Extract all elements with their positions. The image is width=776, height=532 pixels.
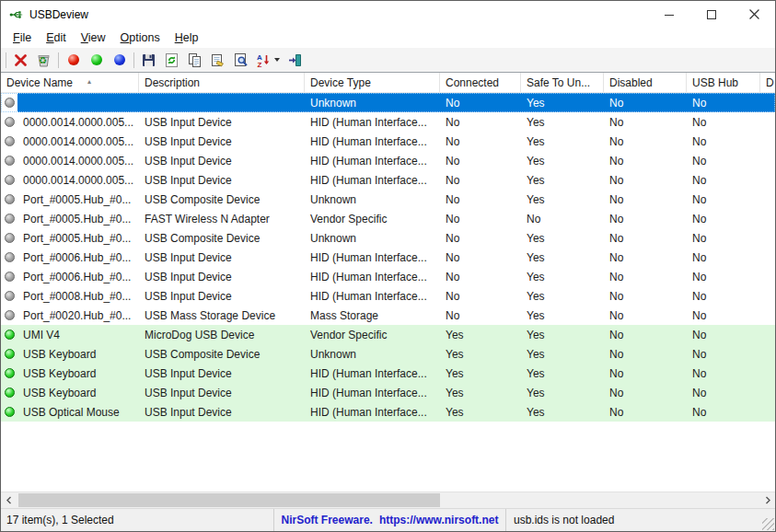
cell-type: HID (Human Interface... bbox=[305, 151, 440, 170]
scroll-left-arrow-icon[interactable] bbox=[1, 492, 17, 508]
sort-az-icon: AZ bbox=[256, 52, 272, 68]
table-row[interactable]: Port_#0008.Hub_#0...USB Input DeviceHID … bbox=[1, 286, 775, 306]
cell-safe: Yes bbox=[521, 228, 604, 248]
table-row[interactable]: Port_#0006.Hub_#0...USB Input DeviceHID … bbox=[1, 248, 775, 267]
cell-type: HID (Human Interface... bbox=[305, 364, 440, 383]
sort-dropdown-caret-icon[interactable] bbox=[274, 58, 280, 62]
column-header-type[interactable]: Device Type bbox=[305, 73, 440, 92]
table-row[interactable]: Port_#0005.Hub_#0...USB Composite Device… bbox=[1, 228, 775, 248]
cell-description: USB Input Device bbox=[139, 402, 305, 422]
cell-extra bbox=[760, 190, 775, 209]
cell-hub: No bbox=[687, 228, 760, 248]
cell-name: USB Keyboard bbox=[17, 383, 139, 402]
find-button[interactable] bbox=[229, 50, 252, 71]
column-label: USB Hub bbox=[692, 76, 738, 89]
cell-type: HID (Human Interface... bbox=[305, 248, 440, 267]
menu-item-edit[interactable]: Edit bbox=[39, 29, 74, 47]
cell-disabled: No bbox=[604, 93, 687, 112]
toolbar-grip bbox=[6, 52, 6, 68]
recycle-button[interactable]: ♻ bbox=[32, 50, 55, 71]
device-status-gray-ball-icon bbox=[1, 170, 17, 190]
cell-description: USB Mass Storage Device bbox=[139, 306, 305, 325]
green-ball-button[interactable] bbox=[85, 50, 108, 71]
table-row[interactable]: Port_#0005.Hub_#0...FAST Wireless N Adap… bbox=[1, 209, 775, 228]
cell-type: HID (Human Interface... bbox=[305, 383, 440, 402]
table-row[interactable]: 0000.0014.0000.005...USB Input DeviceHID… bbox=[1, 112, 775, 132]
cell-connected: No bbox=[440, 112, 521, 132]
sort-ascending-icon: ▴ bbox=[87, 76, 91, 87]
cell-extra bbox=[760, 306, 775, 325]
window-title: USBDeview bbox=[29, 8, 88, 21]
menu-item-view[interactable]: View bbox=[74, 29, 113, 47]
blue-ball-button[interactable] bbox=[108, 50, 131, 71]
table-row[interactable]: USB Optical MouseUSB Input DeviceHID (Hu… bbox=[1, 402, 775, 422]
usbdeview-window: USBDeview FileEditViewOptionsHelp ♻AZ De… bbox=[0, 0, 776, 532]
cell-disabled: No bbox=[604, 228, 687, 248]
properties-button[interactable] bbox=[206, 50, 229, 71]
cell-hub: No bbox=[687, 286, 760, 306]
cell-hub: No bbox=[687, 93, 760, 112]
nirsoft-url-link[interactable]: https://www.nirsoft.net bbox=[379, 514, 499, 526]
minimize-button[interactable] bbox=[648, 1, 690, 28]
table-row[interactable]: Port_#0006.Hub_#0...USB Input DeviceHID … bbox=[1, 267, 775, 286]
device-status-gray-ball-icon bbox=[1, 93, 17, 112]
column-header-extra[interactable]: D bbox=[760, 73, 775, 92]
menu-item-options[interactable]: Options bbox=[113, 29, 168, 47]
menu-item-file[interactable]: File bbox=[6, 29, 39, 47]
cell-type: HID (Human Interface... bbox=[305, 267, 440, 286]
horizontal-scrollbar[interactable] bbox=[1, 492, 775, 508]
red-ball-button[interactable] bbox=[62, 50, 85, 71]
table-row[interactable]: USB KeyboardUSB Input DeviceHID (Human I… bbox=[1, 383, 775, 402]
device-status-green-ball-icon bbox=[1, 344, 17, 364]
scroll-right-arrow-icon[interactable] bbox=[759, 492, 775, 508]
cell-connected: No bbox=[440, 209, 521, 228]
nirsoft-panel[interactable]: NirSoft Freeware. https://www.nirsoft.ne… bbox=[273, 509, 505, 531]
column-label: Disabled bbox=[609, 76, 653, 89]
column-header-connected[interactable]: Connected bbox=[440, 73, 521, 92]
refresh-button[interactable] bbox=[160, 50, 183, 71]
cell-name: 0000.0014.0000.005... bbox=[17, 132, 139, 151]
table-row[interactable]: USB KeyboardUSB Input DeviceHID (Human I… bbox=[1, 364, 775, 383]
table-row[interactable]: 0000.0014.0000.005...USB Input DeviceHID… bbox=[1, 132, 775, 151]
device-status-gray-ball-icon bbox=[1, 151, 17, 170]
column-header-description[interactable]: Description bbox=[139, 73, 305, 92]
cell-hub: No bbox=[687, 306, 760, 325]
table-row[interactable]: UMI V4MicroDog USB DeviceVendor Specific… bbox=[1, 325, 775, 344]
title-bar: USBDeview bbox=[1, 1, 775, 28]
cell-name bbox=[17, 93, 139, 112]
copy-button[interactable] bbox=[183, 50, 206, 71]
maximize-button[interactable] bbox=[690, 1, 733, 28]
cell-type: Vendor Specific bbox=[305, 325, 440, 344]
exit-button[interactable] bbox=[284, 50, 307, 71]
device-list: Device Name▴DescriptionDevice TypeConnec… bbox=[1, 73, 775, 492]
cell-type: HID (Human Interface... bbox=[305, 132, 440, 151]
column-header-disabled[interactable]: Disabled bbox=[604, 73, 687, 92]
cell-safe: Yes bbox=[521, 344, 604, 364]
cell-extra bbox=[760, 364, 775, 383]
cell-type: Unknown bbox=[305, 93, 440, 112]
scrollbar-thumb[interactable] bbox=[18, 493, 440, 507]
column-header-name[interactable]: Device Name▴ bbox=[1, 73, 139, 92]
uninstall-button[interactable] bbox=[9, 50, 32, 71]
cell-name: 0000.0014.0000.005... bbox=[17, 170, 139, 190]
cell-safe: Yes bbox=[521, 286, 604, 306]
cell-extra bbox=[760, 132, 775, 151]
table-row[interactable]: Port_#0020.Hub_#0...USB Mass Storage Dev… bbox=[1, 306, 775, 325]
menu-item-help[interactable]: Help bbox=[168, 29, 206, 47]
table-row[interactable]: USB KeyboardUSB Composite DeviceUnknownY… bbox=[1, 344, 775, 364]
close-button[interactable] bbox=[733, 1, 775, 28]
resize-grip[interactable] bbox=[762, 518, 774, 530]
cell-description: USB Composite Device bbox=[139, 190, 305, 209]
column-header-safe[interactable]: Safe To Un... bbox=[521, 73, 604, 92]
device-status-gray-ball-icon bbox=[1, 306, 17, 325]
table-row[interactable]: 0000.0014.0000.005...USB Input DeviceHID… bbox=[1, 151, 775, 170]
table-row[interactable]: 0000.0014.0000.005...USB Input DeviceHID… bbox=[1, 170, 775, 190]
save-button[interactable] bbox=[137, 50, 160, 71]
cell-connected: No bbox=[440, 286, 521, 306]
cell-name: Port_#0008.Hub_#0... bbox=[17, 286, 139, 306]
column-header-hub[interactable]: USB Hub bbox=[687, 73, 760, 92]
cell-description: USB Input Device bbox=[139, 112, 305, 132]
sort-button[interactable]: AZ bbox=[252, 50, 284, 71]
table-row[interactable]: Port_#0005.Hub_#0...USB Composite Device… bbox=[1, 190, 775, 209]
table-row[interactable]: UnknownNoYesNoNo bbox=[1, 93, 775, 112]
